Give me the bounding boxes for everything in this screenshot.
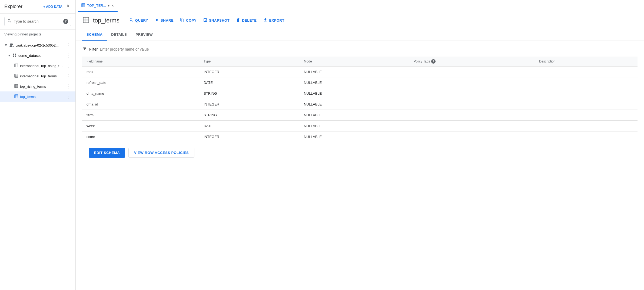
schema-table-body: rank INTEGER NULLABLE refresh_date DATE …: [82, 67, 638, 142]
cell-type-2: STRING: [199, 88, 300, 99]
project-chevron-icon: ▼: [4, 43, 8, 47]
copy-label: COPY: [186, 18, 197, 22]
table-name-heading: top_terms: [93, 17, 119, 24]
sidebar: Explorer + ADD DATA ? Viewing pinned pro…: [0, 0, 76, 290]
query-icon: [129, 18, 134, 23]
table-more-button-0[interactable]: ⋮: [65, 62, 71, 69]
filter-icon: [82, 46, 87, 52]
filter-input[interactable]: [100, 47, 638, 51]
cell-field-name-1: refresh_date: [82, 77, 199, 88]
svg-rect-10: [15, 74, 18, 77]
tab-grid-icon: [81, 3, 85, 8]
schema-row: rank INTEGER NULLABLE: [82, 67, 638, 77]
policy-tags-help-icon[interactable]: ?: [431, 59, 436, 64]
schema-table: Field name Type Mode Policy Tags ?: [82, 57, 638, 142]
cell-mode-2: NULLABLE: [300, 88, 409, 99]
copy-button[interactable]: COPY: [178, 16, 199, 25]
schema-row: term STRING NULLABLE: [82, 110, 638, 121]
table-item-3[interactable]: top_terms ⋮: [0, 91, 75, 102]
action-buttons: QUERY SHARE COPY: [127, 16, 287, 25]
cell-field-name-5: week: [82, 121, 199, 131]
export-button[interactable]: EXPORT: [261, 16, 286, 25]
cell-policy-tags-6: [409, 131, 535, 142]
active-tab[interactable]: TOP_TER... ▾ ×: [78, 0, 118, 12]
cell-mode-3: NULLABLE: [300, 99, 409, 110]
cell-field-name-6: score: [82, 131, 199, 142]
schema-row: refresh_date DATE NULLABLE: [82, 77, 638, 88]
cell-type-0: INTEGER: [199, 67, 300, 77]
collapse-icon: [66, 3, 71, 9]
table-header: top_terms QUERY SHARE: [76, 12, 644, 29]
query-button[interactable]: QUERY: [127, 16, 150, 25]
sidebar-actions: + ADD DATA: [43, 3, 71, 10]
cell-type-4: STRING: [199, 110, 300, 121]
cell-mode-6: NULLABLE: [300, 131, 409, 142]
query-label: QUERY: [135, 18, 148, 22]
cell-description-2: [535, 88, 638, 99]
snapshot-label: SNAPSHOT: [209, 18, 230, 22]
collapse-sidebar-button[interactable]: [66, 3, 71, 10]
add-data-button[interactable]: + ADD DATA: [43, 5, 62, 9]
table-item-1[interactable]: international_top_terms ⋮: [0, 71, 75, 81]
view-row-access-button[interactable]: VIEW ROW ACCESS POLICIES: [128, 148, 194, 158]
tab-preview[interactable]: PREVIEW: [131, 29, 157, 41]
tab-dropdown-icon[interactable]: ▾: [108, 4, 109, 8]
cell-policy-tags-1: [409, 77, 535, 88]
tab-label: TOP_TER...: [87, 4, 106, 8]
table-more-button-3[interactable]: ⋮: [65, 93, 71, 100]
tree-project-item[interactable]: ▼ qwiklabs-gcp-02-1c53652... ⋮: [0, 40, 75, 50]
tab-details[interactable]: DETAILS: [107, 29, 131, 41]
table-grid-icon-3: [14, 94, 18, 99]
table-more-button-2[interactable]: ⋮: [65, 83, 71, 90]
tab-schema[interactable]: SCHEMA: [82, 29, 107, 41]
copy-icon: [180, 18, 184, 23]
share-button[interactable]: SHARE: [152, 16, 176, 25]
sidebar-title: Explorer: [4, 4, 22, 9]
filter-label: Filter: [89, 47, 98, 51]
svg-point-1: [12, 44, 13, 45]
table-grid-icon-1: [14, 74, 18, 79]
sidebar-header: Explorer + ADD DATA: [0, 0, 75, 14]
table-item-2[interactable]: top_rising_terms ⋮: [0, 81, 75, 91]
svg-point-0: [10, 43, 12, 45]
tab-close-button[interactable]: ×: [111, 3, 114, 8]
table-grid-icon-0: [14, 63, 18, 68]
tab-bar: TOP_TER... ▾ ×: [76, 0, 644, 12]
delete-icon: [236, 18, 240, 23]
svg-rect-2: [13, 54, 14, 55]
cell-policy-tags-4: [409, 110, 535, 121]
cell-mode-4: NULLABLE: [300, 110, 409, 121]
cell-type-5: DATE: [199, 121, 300, 131]
search-help-icon[interactable]: ?: [63, 19, 68, 24]
cell-field-name-3: dma_id: [82, 99, 199, 110]
table-more-button-1[interactable]: ⋮: [65, 72, 71, 80]
tree-area: ▼ qwiklabs-gcp-02-1c53652... ⋮ ▼ demo_da…: [0, 39, 75, 290]
cell-description-3: [535, 99, 638, 110]
search-area: ?: [0, 14, 75, 29]
svg-rect-22: [82, 4, 85, 7]
search-input[interactable]: [14, 19, 61, 24]
project-name: qwiklabs-gcp-02-1c53652...: [16, 43, 64, 47]
table-item-0[interactable]: international_top_rising_te... ⋮: [0, 61, 75, 71]
cell-description-5: [535, 121, 638, 131]
col-header-type: Type: [199, 57, 300, 67]
schema-row: dma_id INTEGER NULLABLE: [82, 99, 638, 110]
edit-schema-button[interactable]: EDIT SCHEMA: [89, 148, 125, 158]
tree-dataset-item[interactable]: ▼ demo_dataset ⋮: [0, 50, 75, 61]
snapshot-button[interactable]: SNAPSHOT: [201, 16, 232, 25]
cell-policy-tags-5: [409, 121, 535, 131]
delete-button[interactable]: DELETE: [234, 16, 259, 25]
table-grid-icon-2: [14, 84, 18, 89]
cell-description-0: [535, 67, 638, 77]
share-label: SHARE: [161, 18, 174, 22]
svg-rect-14: [15, 84, 18, 88]
project-more-button[interactable]: ⋮: [65, 42, 71, 49]
schema-area: Filter Field name Type Mode: [76, 41, 644, 169]
search-box: ?: [4, 17, 71, 26]
cell-policy-tags-2: [409, 88, 535, 99]
cell-description-1: [535, 77, 638, 88]
dataset-more-button[interactable]: ⋮: [65, 52, 71, 59]
snapshot-icon: [203, 18, 207, 23]
col-header-policy-tags: Policy Tags ?: [409, 57, 535, 67]
cell-policy-tags-0: [409, 67, 535, 77]
